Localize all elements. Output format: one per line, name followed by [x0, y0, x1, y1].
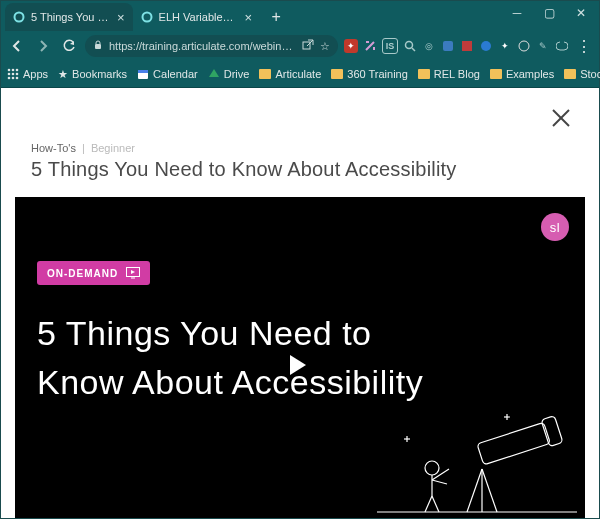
- video-title-line2: Know About Accessibility: [37, 363, 423, 401]
- svg-point-16: [8, 77, 11, 80]
- extension-icon[interactable]: [517, 39, 531, 53]
- svg-point-9: [519, 41, 529, 51]
- browser-tab-1[interactable]: 5 Things You Need to Know Abo… ×: [5, 3, 133, 31]
- on-demand-badge: ON-DEMAND: [37, 261, 150, 285]
- bookmark-item[interactable]: ★ Bookmarks: [58, 68, 127, 81]
- address-bar[interactable]: https://training.articulate.com/webinars…: [85, 35, 338, 57]
- bookmark-label: Articulate: [275, 68, 321, 80]
- svg-rect-6: [443, 41, 453, 51]
- extension-icon[interactable]: IS: [382, 38, 398, 54]
- bookmarks-bar: Apps ★ Bookmarks Calendar Drive Articula…: [1, 61, 599, 88]
- folder-icon: [331, 69, 343, 79]
- tab-strip: 5 Things You Need to Know Abo… × ELH Var…: [5, 3, 286, 31]
- page-content: How-To's | Beginner 5 Things You Need to…: [1, 88, 599, 518]
- star-icon[interactable]: ☆: [320, 40, 330, 53]
- breadcrumb-level: Beginner: [91, 142, 135, 154]
- extension-icon[interactable]: [460, 39, 474, 53]
- tab-title: ELH Variables only 3 | Review 360: [159, 11, 239, 23]
- svg-point-15: [16, 73, 19, 76]
- svg-point-0: [15, 13, 24, 22]
- lock-icon: [93, 40, 103, 52]
- drive-icon: [208, 68, 220, 80]
- browser-window: 5 Things You Need to Know Abo… × ELH Var…: [0, 0, 600, 519]
- close-window-button[interactable]: ✕: [567, 3, 595, 23]
- extension-icon[interactable]: ✦: [498, 39, 512, 53]
- bookmark-folder[interactable]: Articulate: [259, 68, 321, 80]
- svg-line-38: [425, 496, 432, 512]
- bookmark-folder[interactable]: Examples: [490, 68, 554, 80]
- forward-button[interactable]: [33, 36, 53, 56]
- svg-rect-34: [477, 422, 550, 465]
- url-text: https://training.articulate.com/webinars…: [109, 40, 296, 52]
- svg-point-12: [16, 69, 19, 72]
- bookmark-label: Examples: [506, 68, 554, 80]
- svg-rect-2: [95, 44, 101, 49]
- svg-point-4: [406, 42, 413, 49]
- extension-icon[interactable]: [441, 39, 455, 53]
- svg-point-1: [142, 13, 151, 22]
- extension-icon[interactable]: [555, 39, 569, 53]
- open-external-icon[interactable]: [302, 39, 314, 53]
- svg-marker-21: [209, 69, 219, 77]
- favicon-ring-icon: [141, 11, 153, 23]
- svg-point-10: [8, 69, 11, 72]
- maximize-button[interactable]: ▢: [535, 3, 563, 23]
- badge-label: ON-DEMAND: [47, 268, 118, 279]
- back-button[interactable]: [7, 36, 27, 56]
- page-title: 5 Things You Need to Know About Accessib…: [31, 158, 457, 181]
- breadcrumb-separator: |: [82, 142, 85, 154]
- browser-tab-2[interactable]: ELH Variables only 3 | Review 360 ×: [133, 3, 261, 31]
- reload-button[interactable]: [59, 36, 79, 56]
- tab-title: 5 Things You Need to Know Abo…: [31, 11, 111, 23]
- window-controls: ─ ▢ ✕: [503, 1, 595, 25]
- video-player[interactable]: sl ON-DEMAND 5 Things You Need to Know A…: [15, 197, 585, 518]
- svg-rect-35: [541, 416, 563, 447]
- bookmark-label: REL Blog: [434, 68, 480, 80]
- star-icon: ★: [58, 68, 68, 81]
- bookmark-label: Stock: [580, 68, 600, 80]
- extension-icon[interactable]: [403, 39, 417, 53]
- close-icon[interactable]: ×: [117, 11, 125, 24]
- extension-icon[interactable]: [479, 39, 493, 53]
- apps-button[interactable]: Apps: [7, 68, 48, 80]
- play-icon[interactable]: [290, 355, 306, 375]
- close-modal-button[interactable]: [549, 106, 573, 134]
- folder-icon: [259, 69, 271, 79]
- apps-grid-icon: [7, 68, 19, 80]
- extension-icon[interactable]: [363, 39, 377, 53]
- svg-line-31: [467, 469, 482, 512]
- extension-icon[interactable]: ◎: [422, 39, 436, 53]
- breadcrumb-category[interactable]: How-To's: [31, 142, 76, 154]
- toolbar: https://training.articulate.com/webinars…: [1, 31, 599, 61]
- svg-point-8: [481, 41, 491, 51]
- folder-icon: [490, 69, 502, 79]
- avatar-text: sl: [550, 220, 560, 235]
- bookmark-label: Bookmarks: [72, 68, 127, 80]
- extension-icon[interactable]: ✦: [344, 39, 358, 53]
- svg-rect-3: [303, 42, 310, 49]
- extension-icon[interactable]: ✎: [536, 39, 550, 53]
- minimize-button[interactable]: ─: [503, 3, 531, 23]
- svg-rect-7: [462, 41, 472, 51]
- new-tab-button[interactable]: +: [266, 7, 286, 27]
- kebab-menu-icon[interactable]: ⋮: [575, 37, 593, 56]
- bookmark-item[interactable]: Drive: [208, 68, 250, 80]
- bookmark-folder[interactable]: Stock: [564, 68, 600, 80]
- bookmark-item[interactable]: Calendar: [137, 68, 198, 80]
- svg-point-13: [8, 73, 11, 76]
- apps-label: Apps: [23, 68, 48, 80]
- titlebar: 5 Things You Need to Know Abo… × ELH Var…: [1, 1, 599, 31]
- svg-line-32: [482, 469, 497, 512]
- svg-line-41: [432, 480, 447, 484]
- folder-icon: [418, 69, 430, 79]
- close-icon: [549, 106, 573, 130]
- svg-marker-28: [131, 270, 135, 274]
- favicon-ring-icon: [13, 11, 25, 23]
- bookmark-folder[interactable]: 360 Training: [331, 68, 408, 80]
- svg-line-39: [432, 496, 439, 512]
- bookmark-folder[interactable]: REL Blog: [418, 68, 480, 80]
- telescope-illustration: [377, 414, 577, 514]
- close-icon[interactable]: ×: [245, 11, 253, 24]
- avatar: sl: [541, 213, 569, 241]
- breadcrumb: How-To's | Beginner: [31, 142, 135, 154]
